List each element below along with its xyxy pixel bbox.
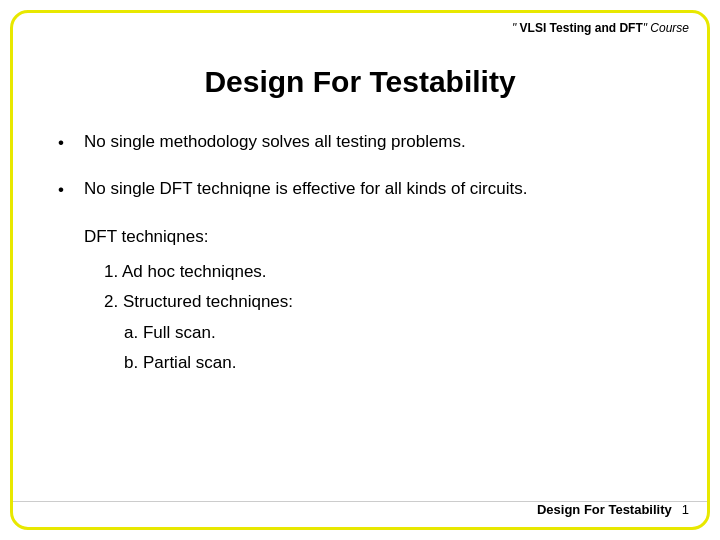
header-text: " VLSI Testing and DFT" Course — [512, 21, 689, 35]
footer-label: Design For Testability — [537, 502, 672, 517]
header-bar: " VLSI Testing and DFT" Course — [512, 21, 689, 35]
bullet-text-2: No single DFT techniqne is effective for… — [84, 176, 662, 202]
bullet-text-1: No single methodology solves all testing… — [84, 129, 662, 155]
dft-sub-b-text: Partial scan. — [143, 353, 237, 372]
dft-item-1: 1. Ad hoc techniqnes. — [104, 257, 662, 288]
slide: " VLSI Testing and DFT" Course Design Fo… — [10, 10, 710, 530]
dft-sub-item-a: a. Full scan. — [124, 318, 662, 349]
slide-title: Design For Testability — [58, 65, 662, 99]
dft-section: DFT techniqnes: 1. Ad hoc techniqnes. 2.… — [84, 222, 662, 379]
dft-item-1-text: Ad hoc techniqnes. — [122, 262, 267, 281]
bullet-item-1: • No single methodology solves all testi… — [58, 129, 662, 156]
bullet-item-2: • No single DFT techniqne is effective f… — [58, 176, 662, 203]
dft-item-2-number: 2. — [104, 292, 118, 311]
footer-page-number: 1 — [682, 502, 689, 517]
dft-sub-item-b: b. Partial scan. — [124, 348, 662, 379]
dft-sub-b-label: b. — [124, 353, 138, 372]
bullet-dot-2: • — [58, 177, 76, 203]
dft-item-2: 2. Structured techniqnes: — [104, 287, 662, 318]
footer-bar: Design For Testability 1 — [13, 501, 707, 517]
dft-section-title: DFT techniqnes: — [84, 222, 662, 253]
slide-content: Design For Testability • No single metho… — [13, 35, 707, 419]
dft-item-1-number: 1. — [104, 262, 118, 281]
bullet-list: • No single methodology solves all testi… — [58, 129, 662, 202]
dft-item-2-text: Structured techniqnes: — [123, 292, 293, 311]
bullet-dot-1: • — [58, 130, 76, 156]
dft-sub-a-text: Full scan. — [143, 323, 216, 342]
dft-sub-a-label: a. — [124, 323, 138, 342]
